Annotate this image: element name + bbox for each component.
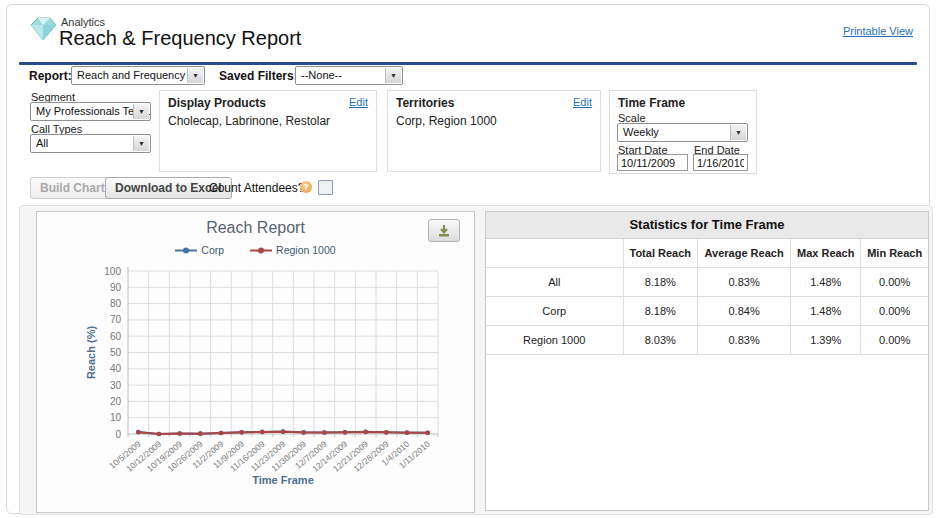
table-row: Corp8.18%0.84%1.48%0.00% bbox=[486, 297, 928, 326]
svg-text:10: 10 bbox=[110, 412, 122, 423]
chevron-down-icon: ▼ bbox=[133, 136, 149, 151]
stats-col-header: Min Reach bbox=[861, 239, 928, 268]
count-attendees-label: Count Attendees? bbox=[209, 181, 304, 195]
display-products-title: Display Products bbox=[168, 96, 266, 110]
display-products-value: Cholecap, Labrinone, Restolar bbox=[168, 114, 368, 128]
saved-filters-label: Saved Filters: bbox=[219, 69, 298, 83]
statistics-header-row: Total ReachAverage ReachMax ReachMin Rea… bbox=[486, 239, 928, 268]
svg-text:20: 20 bbox=[110, 396, 122, 407]
svg-text:70: 70 bbox=[110, 314, 122, 325]
stats-cell: 8.18% bbox=[623, 268, 698, 297]
page-title: Reach & Frequency Report bbox=[59, 27, 301, 50]
svg-text:0: 0 bbox=[115, 429, 121, 440]
chart-title: Reach Report bbox=[37, 219, 474, 237]
table-row: Region 10008.03%0.83%1.39%0.00% bbox=[486, 326, 928, 355]
stats-cell: 1.39% bbox=[791, 326, 861, 355]
chevron-down-icon: ▼ bbox=[730, 125, 746, 140]
segment-select[interactable]: My Professionals Tele L ▼ bbox=[30, 102, 151, 121]
chart-download-button[interactable] bbox=[428, 219, 460, 242]
svg-text:60: 60 bbox=[110, 331, 122, 342]
territories-value: Corp, Region 1000 bbox=[396, 114, 592, 128]
legend-label: Region 1000 bbox=[276, 244, 336, 256]
territories-edit-link[interactable]: Edit bbox=[573, 96, 592, 108]
statistics-title: Statistics for Time Frame bbox=[486, 212, 928, 239]
svg-text:50: 50 bbox=[110, 347, 122, 358]
count-attendees-checkbox[interactable] bbox=[318, 180, 333, 195]
stats-table-body: All8.18%0.83%1.48%0.00%Corp8.18%0.84%1.4… bbox=[486, 268, 928, 355]
legend-label: Corp bbox=[201, 244, 224, 256]
chevron-down-icon: ▼ bbox=[385, 68, 401, 83]
svg-text:80: 80 bbox=[110, 298, 122, 309]
svg-text:30: 30 bbox=[110, 380, 122, 391]
table-row: All8.18%0.83%1.48%0.00% bbox=[486, 268, 928, 297]
svg-text:40: 40 bbox=[110, 363, 122, 374]
printable-view-link[interactable]: Printable View bbox=[843, 25, 913, 37]
chevron-down-icon: ▼ bbox=[187, 68, 203, 83]
stats-cell: 0.83% bbox=[698, 268, 791, 297]
end-date-input[interactable] bbox=[693, 154, 748, 171]
saved-filters-select[interactable]: --None-- ▼ bbox=[295, 66, 403, 85]
report-label: Report: bbox=[29, 69, 72, 83]
display-products-edit-link[interactable]: Edit bbox=[349, 96, 368, 108]
stats-col-header: Max Reach bbox=[791, 239, 861, 268]
build-chart-button[interactable]: Build Chart bbox=[30, 177, 115, 199]
help-icon[interactable]: ? bbox=[300, 181, 312, 193]
stats-cell: 8.18% bbox=[623, 297, 698, 326]
scale-select[interactable]: Weekly ▼ bbox=[617, 123, 748, 142]
stats-col-header: Average Reach bbox=[698, 239, 791, 268]
territories-title: Territories bbox=[396, 96, 454, 110]
display-products-panel: Display Products Edit Cholecap, Labrinon… bbox=[159, 90, 377, 172]
stats-cell: 0.84% bbox=[698, 297, 791, 326]
stats-cell: 0.83% bbox=[698, 326, 791, 355]
call-types-select[interactable]: All ▼ bbox=[30, 134, 151, 153]
legend-item[interactable]: Region 1000 bbox=[250, 244, 336, 256]
chart-legend: CorpRegion 1000 bbox=[37, 244, 474, 256]
report-window: Analytics Reach & Frequency Report Print… bbox=[6, 4, 930, 514]
stats-cell: 0.00% bbox=[861, 297, 928, 326]
svg-text:90: 90 bbox=[110, 282, 122, 293]
report-select[interactable]: Reach and Frequency ▼ bbox=[71, 66, 205, 85]
svg-text:Reach (%): Reach (%) bbox=[85, 326, 97, 380]
time-frame-panel: Time Frame Scale Weekly ▼ Start Date End… bbox=[609, 90, 757, 174]
time-frame-title: Time Frame bbox=[618, 96, 685, 110]
svg-text:100: 100 bbox=[104, 266, 121, 277]
stats-cell: 8.03% bbox=[623, 326, 698, 355]
stats-col-header: Total Reach bbox=[623, 239, 698, 268]
stats-cell: 0.00% bbox=[861, 326, 928, 355]
stats-cell: 1.48% bbox=[791, 297, 861, 326]
statistics-table: Total ReachAverage ReachMax ReachMin Rea… bbox=[486, 239, 928, 355]
stats-col-header bbox=[486, 239, 623, 268]
statistics-panel: Statistics for Time Frame Total ReachAve… bbox=[485, 211, 929, 511]
stats-cell: 0.00% bbox=[861, 268, 928, 297]
stats-row-label: Corp bbox=[486, 297, 623, 326]
reach-chart-svg: 010203040506070809010010/5/200910/12/200… bbox=[37, 212, 474, 510]
stats-row-label: Region 1000 bbox=[486, 326, 623, 355]
stats-row-label: All bbox=[486, 268, 623, 297]
start-date-input[interactable] bbox=[617, 154, 688, 171]
stats-cell: 1.48% bbox=[791, 268, 861, 297]
header-divider-bar bbox=[19, 62, 917, 65]
reach-chart-panel: 010203040506070809010010/5/200910/12/200… bbox=[36, 211, 475, 513]
gem-logo-icon bbox=[27, 15, 59, 47]
legend-item[interactable]: Corp bbox=[175, 244, 224, 256]
territories-panel: Territories Edit Corp, Region 1000 bbox=[387, 90, 601, 172]
download-icon bbox=[437, 225, 451, 237]
svg-text:Time Frame: Time Frame bbox=[252, 474, 314, 486]
chevron-down-icon: ▼ bbox=[133, 104, 149, 119]
